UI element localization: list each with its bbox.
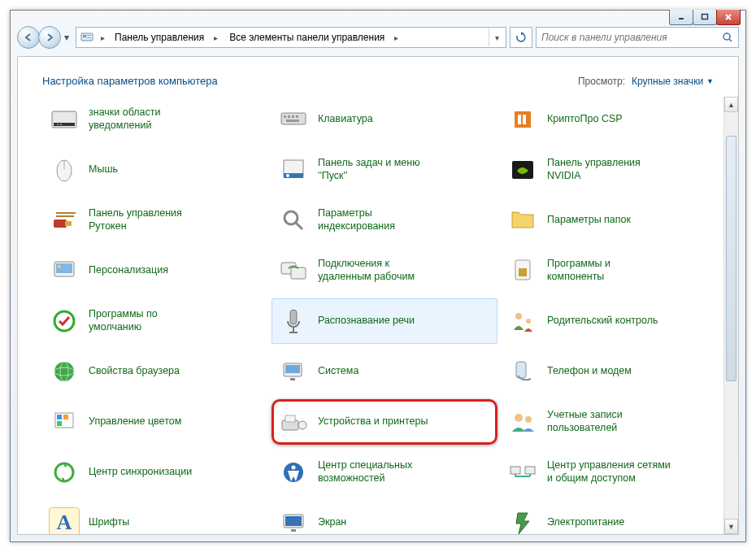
svg-rect-71	[285, 516, 302, 526]
svg-point-12	[57, 124, 59, 125]
control-panel-item[interactable]: Панель управления NVIDIA	[501, 147, 727, 193]
network-icon	[506, 456, 539, 489]
svg-line-3	[726, 15, 731, 20]
control-panel-item[interactable]: AШрифты	[42, 500, 268, 534]
nav-forward-button[interactable]	[38, 26, 61, 49]
control-panel-item[interactable]: Параметры папок	[501, 198, 727, 243]
page-title: Настройка параметров компьютера	[42, 75, 218, 87]
control-panel-item[interactable]: Центр специальных возможностей	[272, 450, 497, 495]
control-panel-item[interactable]: Родительский контроль	[501, 298, 727, 344]
nvidia-icon	[506, 154, 539, 186]
control-panel-item[interactable]: Центр управления сетями и общим доступом	[501, 450, 727, 495]
control-panel-item[interactable]: Система	[272, 349, 497, 394]
scrollbar[interactable]: ▲ ▼	[723, 97, 738, 534]
svg-rect-14	[281, 113, 306, 124]
scroll-up-button[interactable]: ▲	[724, 97, 738, 112]
control-panel-item[interactable]: Телефон и модем	[501, 349, 727, 394]
nav-back-button[interactable]	[17, 26, 40, 49]
system-icon	[277, 355, 310, 388]
breadcrumb-segment[interactable]: Все элементы панели управления ▸	[224, 28, 403, 46]
svg-rect-19	[286, 120, 299, 122]
control-panel-item[interactable]: Свойства браузера	[42, 349, 268, 394]
breadcrumb-segment[interactable]: ▸ Панель управления ▸	[96, 28, 223, 46]
control-panel-item[interactable]: Экран	[272, 500, 497, 534]
rutoken-icon	[48, 204, 80, 237]
maximize-button[interactable]	[693, 10, 717, 25]
svg-point-59	[298, 421, 306, 429]
control-panel-item[interactable]: Клавиатура	[272, 97, 497, 142]
item-label: Панель задач и меню ''Пуск''	[318, 157, 420, 182]
close-button[interactable]	[716, 10, 741, 25]
control-panel-item[interactable]: Учетные записи пользователей	[501, 399, 727, 445]
control-panel-item[interactable]: Персонализация	[42, 248, 268, 293]
fonts-icon: A	[48, 506, 80, 534]
control-panel-item[interactable]: значки области уведомлений	[42, 97, 268, 142]
minimize-button[interactable]	[669, 10, 693, 25]
control-panel-item[interactable]: Панель задач и меню ''Пуск''	[272, 147, 497, 193]
nav-history-dropdown[interactable]: ▾	[61, 27, 72, 48]
breadcrumb-sub: Все элементы панели управления	[224, 32, 389, 43]
scroll-down-button[interactable]: ▼	[724, 519, 738, 534]
item-label: Управление цветом	[89, 415, 181, 428]
control-panel-item[interactable]: Мышь	[42, 147, 268, 193]
svg-rect-15	[284, 115, 286, 118]
address-bar[interactable]: ▸ Панель управления ▸ Все элементы панел…	[76, 27, 506, 48]
svg-point-8	[723, 33, 730, 40]
power-icon	[506, 506, 539, 534]
address-history-dropdown[interactable]: ▾	[489, 28, 504, 46]
item-label: Центр специальных возможностей	[318, 459, 412, 485]
taskbar-icon	[277, 154, 310, 186]
control-panel-item[interactable]: Электропитание	[501, 500, 727, 534]
devprint-icon	[277, 406, 310, 438]
svg-rect-37	[291, 267, 306, 279]
control-panel-item[interactable]: Подключения к удаленным рабочим	[272, 248, 497, 293]
svg-line-32	[296, 223, 302, 229]
access-icon	[277, 456, 310, 489]
svg-point-27	[286, 174, 289, 177]
programs-icon	[506, 254, 539, 287]
svg-rect-56	[57, 421, 62, 426]
item-label: Телефон и модем	[547, 365, 632, 378]
search-input[interactable]	[540, 31, 720, 44]
sync-icon	[48, 456, 80, 489]
item-label: Панель управления Рутокен	[89, 207, 182, 233]
view-by-label: Просмотр:	[578, 76, 625, 87]
search-box[interactable]	[536, 27, 739, 48]
svg-rect-17	[292, 115, 294, 118]
item-label: Персонализация	[89, 264, 168, 277]
item-label: КриптоПро CSP	[547, 113, 623, 126]
svg-point-61	[525, 416, 532, 423]
item-label: Устройства и принтеры	[318, 415, 428, 428]
svg-rect-41	[290, 310, 297, 324]
svg-line-2	[726, 15, 731, 20]
control-panel-item[interactable]: Устройства и принтеры	[272, 399, 497, 445]
svg-point-35	[58, 265, 61, 268]
item-label: Электропитание	[547, 516, 624, 529]
notify-icon	[48, 103, 80, 136]
folder-icon	[506, 204, 539, 237]
svg-point-45	[526, 319, 531, 324]
svg-rect-34	[56, 263, 72, 273]
control-panel-item[interactable]: Центр синхронизации	[42, 450, 268, 495]
item-label: Учетные записи пользователей	[547, 409, 623, 434]
control-panel-item[interactable]: Программы по умолчанию	[42, 298, 268, 344]
control-panel-item[interactable]: КриптоПро CSP	[501, 97, 727, 142]
users-icon	[506, 406, 539, 438]
svg-point-31	[285, 211, 298, 224]
speech-icon	[277, 305, 310, 337]
control-panel-item[interactable]: Распознавание речи	[272, 298, 497, 344]
view-by-dropdown[interactable]: Крупные значки▼	[632, 76, 714, 87]
svg-rect-39	[519, 268, 527, 276]
item-label: Центр управления сетями и общим доступом	[547, 459, 671, 485]
svg-rect-52	[516, 362, 526, 378]
control-panel-item[interactable]: Управление цветом	[42, 399, 268, 445]
item-label: Клавиатура	[318, 113, 373, 126]
control-panel-item[interactable]: Программы и компоненты	[501, 248, 727, 293]
scroll-thumb[interactable]	[726, 136, 736, 381]
svg-rect-22	[523, 115, 526, 124]
refresh-button[interactable]	[510, 27, 532, 48]
control-panel-item[interactable]: Параметры индексирования	[272, 198, 497, 243]
svg-rect-54	[57, 415, 62, 419]
control-panel-item[interactable]: Панель управления Рутокен	[42, 198, 268, 243]
item-label: Программы и компоненты	[547, 258, 610, 283]
